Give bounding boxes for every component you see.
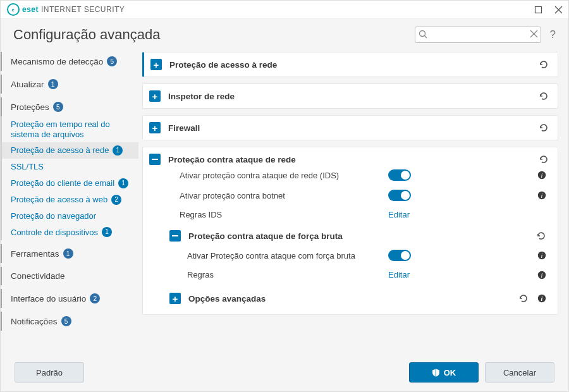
edit-ids-rules-link[interactable]: Editar [388, 210, 410, 219]
badge: 1 [102, 227, 112, 237]
ok-button[interactable]: OK [409, 362, 479, 383]
eset-ring-icon: e [7, 3, 20, 16]
reset-button[interactable] [539, 91, 549, 101]
product-name: INTERNET SECURITY [41, 5, 125, 14]
info-button[interactable]: i [537, 271, 546, 279]
footer: Padrão OK Cancelar [1, 353, 568, 391]
content-area: + Proteção de acesso à rede + Inspetor d… [142, 52, 560, 353]
undo-icon [539, 123, 549, 133]
setting-label: Ativar proteção contra botnet [180, 191, 382, 200]
reset-button[interactable] [539, 154, 549, 164]
reset-button[interactable] [539, 123, 549, 133]
svg-text:i: i [541, 192, 543, 199]
expand-icon[interactable]: + [150, 59, 162, 70]
sidebar-item-notifications[interactable]: Notificações5 [1, 312, 138, 331]
sidebar-item-connectivity[interactable]: Conectividade [1, 267, 138, 285]
sidebar-sub-email[interactable]: Proteção do cliente de email1 [1, 175, 138, 192]
badge: 1 [118, 178, 128, 188]
svg-point-1 [419, 31, 425, 37]
info-icon: i [537, 294, 546, 303]
info-icon: i [537, 271, 546, 279]
row-enable-botnet: Ativar proteção contra botnet i [149, 185, 549, 205]
toggle-botnet[interactable] [388, 190, 411, 201]
close-icon [555, 6, 562, 13]
sidebar-sub-browser[interactable]: Proteção do navegador [1, 208, 138, 224]
undo-icon [539, 91, 549, 101]
toggle-bruteforce[interactable] [388, 250, 411, 261]
panel-firewall: + Firewall [142, 115, 558, 140]
sidebar-sub-realtime[interactable]: Proteção em tempo real do sistema de arq… [1, 116, 138, 142]
search-icon [419, 30, 427, 40]
panel-title: Firewall [168, 123, 200, 133]
panel-network-inspector: + Inspetor de rede [142, 83, 558, 109]
collapse-icon[interactable] [149, 154, 161, 165]
subsection-title: Opções avançadas [188, 294, 266, 303]
undo-icon [518, 293, 529, 303]
info-icon: i [537, 191, 546, 200]
expand-icon[interactable]: + [169, 293, 181, 304]
sidebar: Mecanismo de detecção5 Atualizar1 Proteç… [1, 52, 142, 353]
search-input[interactable] [415, 27, 541, 43]
panel-network-attack: Proteção contra ataque de rede Ativar pr… [142, 147, 558, 315]
sidebar-item-protections[interactable]: Proteções5 [1, 97, 138, 116]
page-title: Configuração avançada [13, 27, 160, 43]
panel-network-access: + Proteção de acesso à rede [142, 52, 558, 77]
sidebar-sub-web[interactable]: Proteção de acesso à web2 [1, 192, 138, 208]
subsection-bruteforce: Proteção contra ataque de força bruta [149, 224, 549, 245]
setting-label: Regras [187, 270, 382, 279]
panel-title: Inspetor de rede [168, 92, 235, 101]
window-maximize-button[interactable] [528, 1, 548, 18]
setting-label: Regras IDS [180, 210, 382, 219]
svg-text:i: i [541, 252, 543, 259]
sidebar-item-update[interactable]: Atualizar1 [1, 75, 138, 94]
expand-icon[interactable]: + [149, 90, 161, 102]
default-button[interactable]: Padrão [15, 362, 84, 383]
info-button[interactable]: i [537, 294, 546, 303]
square-icon [535, 6, 542, 13]
info-button[interactable]: i [537, 251, 546, 260]
info-icon: i [537, 251, 546, 260]
svg-rect-0 [535, 6, 541, 13]
brand-logo: e eset [7, 3, 39, 16]
subsection-advanced: + Opções avançadas i [149, 284, 549, 308]
shield-icon [432, 369, 440, 377]
edit-bruteforce-rules-link[interactable]: Editar [388, 270, 410, 279]
sidebar-item-ui[interactable]: Interface do usuário2 [1, 289, 138, 308]
cancel-button[interactable]: Cancelar [485, 362, 554, 383]
window-close-button[interactable] [548, 1, 568, 18]
setting-label: Ativar proteção contra ataque de rede (I… [180, 171, 382, 180]
toggle-ids[interactable] [388, 169, 411, 181]
row-bruteforce-rules: Regras Editar i [149, 266, 549, 284]
clear-search-button[interactable] [530, 30, 537, 39]
info-button[interactable]: i [537, 191, 546, 200]
panel-title: Proteção contra ataque de rede [168, 155, 296, 164]
x-icon [530, 30, 537, 37]
sidebar-item-tools[interactable]: Ferramentas1 [1, 244, 138, 263]
svg-text:i: i [541, 295, 543, 302]
sidebar-sub-ssl[interactable]: SSL/TLS [1, 159, 138, 175]
expand-icon[interactable]: + [149, 122, 161, 133]
undo-icon [539, 59, 549, 70]
svg-text:i: i [541, 272, 543, 279]
row-ids-rules: Regras IDS Editar [149, 205, 549, 224]
undo-icon [536, 231, 546, 241]
svg-text:i: i [541, 172, 543, 179]
reset-button[interactable] [536, 231, 546, 241]
info-button[interactable]: i [537, 171, 546, 180]
badge: 1 [113, 145, 123, 156]
panel-title: Proteção de acesso à rede [169, 60, 277, 70]
collapse-icon[interactable] [169, 230, 181, 242]
titlebar: e eset INTERNET SECURITY [1, 1, 568, 19]
brand-text: eset [22, 5, 39, 14]
sidebar-sub-network-access[interactable]: Proteção de acesso à rede1 [1, 142, 138, 159]
reset-button[interactable] [539, 59, 549, 70]
row-enable-bruteforce: Ativar Proteção contra ataque com força … [149, 245, 549, 266]
row-enable-ids: Ativar proteção contra ataque de rede (I… [149, 165, 549, 185]
badge: 2 [90, 293, 100, 303]
help-button[interactable]: ? [550, 28, 556, 41]
undo-icon [539, 154, 549, 164]
badge: 5 [53, 102, 63, 112]
reset-button[interactable] [518, 293, 529, 303]
sidebar-item-detection[interactable]: Mecanismo de detecção5 [1, 52, 138, 71]
sidebar-sub-device[interactable]: Controle de dispositivos1 [1, 224, 138, 240]
